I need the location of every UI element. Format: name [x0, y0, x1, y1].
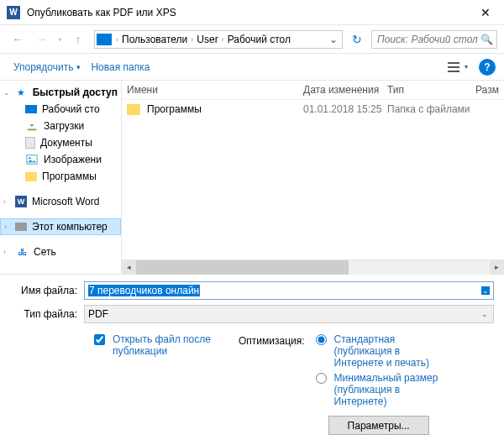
network-icon: 🖧 — [15, 245, 29, 259]
sidebar-item-word[interactable]: ›WMicrosoft Word — [0, 193, 121, 210]
row-name: Программы — [147, 103, 303, 115]
star-icon: ★ — [15, 86, 28, 99]
form-area: Имя файла: 7 переводчиков онлайн⌄ Тип фа… — [0, 274, 504, 435]
svg-rect-2 — [448, 71, 459, 72]
col-size[interactable]: Разм — [475, 84, 504, 96]
filename-value: 7 переводчиков онлайн — [88, 285, 200, 296]
optimization-label: Оптимизация: — [239, 333, 305, 435]
path-dropdown[interactable]: ⌄ — [327, 34, 340, 45]
svg-rect-3 — [27, 155, 37, 165]
title-bar: W Опубликовать как PDF или XPS ✕ — [0, 0, 504, 25]
search-icon: 🔍 — [480, 34, 493, 45]
chevron-down-icon[interactable]: ⌄ — [481, 286, 490, 295]
sidebar-item-pictures[interactable]: Изображени — [0, 151, 121, 168]
folder-icon — [127, 104, 140, 115]
col-type[interactable]: Тип — [387, 84, 475, 96]
filename-label: Имя файла: — [10, 285, 84, 296]
sidebar-item-desktop[interactable]: Рабочий сто — [0, 101, 121, 118]
svg-rect-0 — [448, 62, 459, 64]
scroll-left[interactable]: ◂ — [122, 260, 136, 275]
pc-icon — [15, 223, 27, 231]
opt-standard-label[interactable]: Стандартная (публикация в Интернете и пе… — [334, 333, 452, 369]
word-app-icon: W — [7, 6, 20, 19]
open-after-checkbox[interactable] — [94, 334, 105, 345]
chevron-down-icon: ▾ — [76, 63, 81, 71]
sidebar-item-documents[interactable]: Документы — [0, 134, 121, 151]
crumb-users[interactable]: Пользователи — [119, 34, 190, 45]
expand-icon[interactable]: › — [3, 197, 6, 206]
parameters-button[interactable]: Параметры... — [328, 416, 429, 435]
sidebar: ⌄★Быстрый доступ Рабочий сто Загрузки До… — [0, 81, 122, 274]
file-area: Имени Дата изменения Тип Разм Программы … — [122, 81, 504, 274]
sidebar-label: Microsoft Word — [32, 196, 99, 207]
sidebar-label: Изображени — [44, 154, 102, 165]
scroll-thumb[interactable] — [136, 260, 349, 275]
word-icon: W — [15, 196, 27, 207]
new-folder-label: Новая папка — [91, 61, 150, 73]
sidebar-label: Сеть — [34, 246, 56, 258]
back-button[interactable]: ← — [7, 30, 29, 49]
row-type: Папка с файлами — [387, 103, 475, 115]
file-row[interactable]: Программы 01.01.2018 15:25 Папка с файла… — [122, 100, 504, 118]
organize-button[interactable]: Упорядочить ▾ — [8, 58, 86, 76]
svg-rect-1 — [448, 66, 459, 68]
opt-minimal-label[interactable]: Минимальный размер (публикация в Интерне… — [334, 372, 452, 407]
filetype-value: PDF — [88, 308, 108, 320]
sidebar-item-network[interactable]: ›🖧Сеть — [0, 244, 121, 260]
col-name[interactable]: Имени — [127, 84, 303, 96]
col-date[interactable]: Дата изменения — [303, 84, 387, 96]
crumb-desktop[interactable]: Рабочий стол — [225, 34, 293, 45]
horizontal-scrollbar[interactable]: ◂ ▸ — [122, 259, 504, 274]
row-date: 01.01.2018 15:25 — [303, 103, 387, 115]
forward-button[interactable]: → — [30, 30, 52, 49]
column-headers: Имени Дата изменения Тип Разм — [122, 81, 504, 100]
sidebar-label: Быстрый доступ — [33, 86, 118, 98]
filename-input[interactable]: 7 переводчиков онлайн⌄ — [84, 281, 494, 300]
refresh-button[interactable]: ↻ — [348, 30, 366, 49]
help-button[interactable]: ? — [479, 59, 496, 76]
expand-icon[interactable]: › — [4, 223, 7, 231]
document-icon — [25, 137, 35, 149]
sidebar-item-this-pc[interactable]: ›Этот компьютер — [0, 218, 121, 235]
expand-icon[interactable]: ⌄ — [3, 88, 10, 97]
open-after-label[interactable]: Открыть файл после публикации — [113, 333, 213, 357]
close-button[interactable]: ✕ — [466, 0, 504, 25]
sidebar-item-downloads[interactable]: Загрузки — [0, 118, 121, 134]
expand-icon[interactable]: › — [3, 248, 6, 256]
scroll-right[interactable]: ▸ — [490, 260, 504, 275]
svg-point-4 — [29, 157, 31, 160]
sidebar-label: Документы — [40, 137, 92, 149]
sidebar-label: Загрузки — [44, 120, 84, 132]
toolbar: Упорядочить ▾ Новая папка ▾ ? — [0, 54, 504, 81]
search-input[interactable] — [375, 33, 480, 46]
download-icon — [25, 119, 39, 133]
organize-label: Упорядочить — [13, 61, 73, 73]
picture-icon — [25, 153, 39, 166]
chevron-down-icon: ⌄ — [481, 310, 488, 318]
sidebar-label: Этот компьютер — [32, 221, 108, 233]
opt-minimal-radio[interactable] — [316, 373, 327, 384]
scroll-track[interactable] — [136, 260, 490, 275]
sidebar-label: Рабочий сто — [42, 103, 100, 115]
filetype-select[interactable]: PDF⌄ — [84, 305, 494, 323]
breadcrumb-path[interactable]: › Пользователи › User › Рабочий стол ⌄ — [94, 30, 343, 49]
nav-bar: ← → ▾ ↑ › Пользователи › User › Рабочий … — [0, 25, 504, 54]
opt-standard-radio[interactable] — [316, 334, 327, 345]
new-folder-button[interactable]: Новая папка — [86, 58, 155, 76]
up-button[interactable]: ↑ — [67, 30, 89, 49]
sidebar-item-quick-access[interactable]: ⌄★Быстрый доступ — [0, 84, 121, 101]
search-box[interactable]: 🔍 — [371, 30, 497, 49]
recent-dropdown[interactable]: ▾ — [54, 30, 66, 49]
this-pc-icon — [97, 34, 112, 45]
crumb-user[interactable]: User — [194, 34, 220, 45]
folder-icon — [25, 172, 37, 181]
sidebar-label: Программы — [42, 170, 97, 182]
sidebar-item-programs[interactable]: Программы — [0, 168, 121, 185]
view-options-button[interactable]: ▾ — [444, 58, 472, 76]
desktop-icon — [25, 105, 37, 113]
window-title: Опубликовать как PDF или XPS — [27, 7, 466, 18]
filetype-label: Тип файла: — [10, 308, 84, 320]
